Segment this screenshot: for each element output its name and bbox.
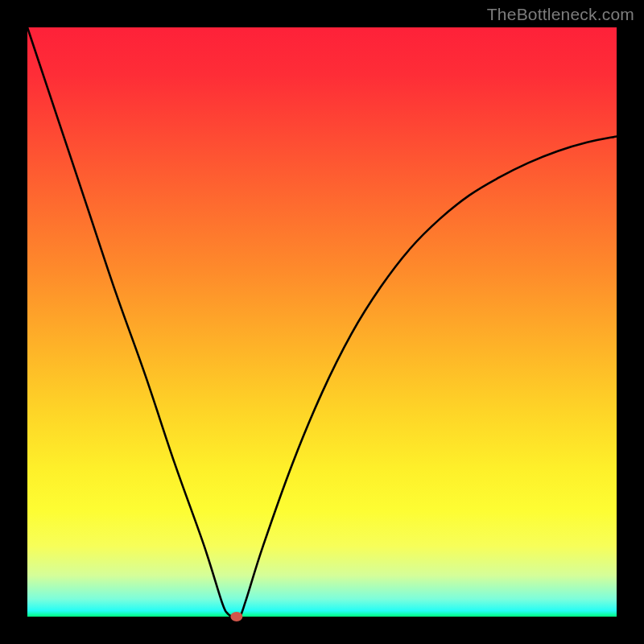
plot-area [27,27,617,617]
bottleneck-curve-path [27,27,617,618]
chart-frame: TheBottleneck.com [0,0,644,644]
curve-layer [27,27,617,617]
minimum-marker [230,612,242,621]
watermark-text: TheBottleneck.com [487,5,634,24]
